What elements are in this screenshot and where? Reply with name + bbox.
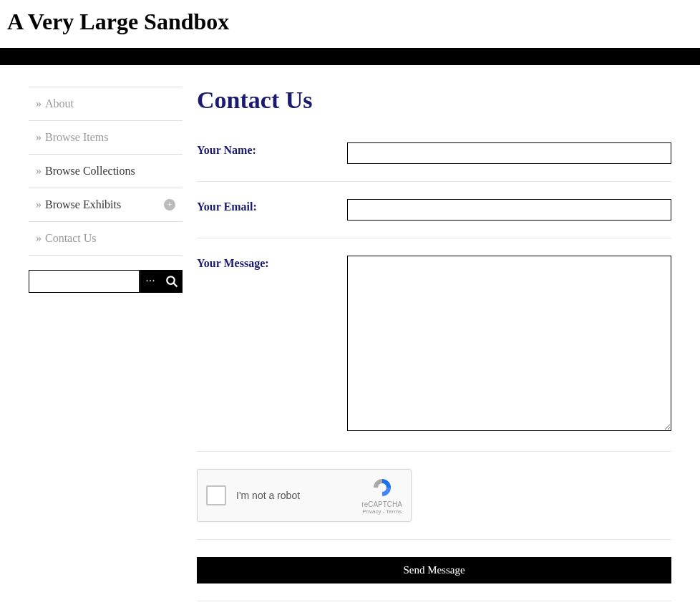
caret-icon: » [36,232,42,244]
sidebar-item-label: Browse Exhibits [45,198,121,210]
message-label: Your Message: [197,256,347,434]
caret-icon: » [36,198,42,210]
recaptcha-brand: reCAPTCHA Privacy - Terms [361,476,402,515]
caret-icon: » [36,97,42,110]
recaptcha-links[interactable]: Privacy - Terms [361,508,402,515]
page-title: Contact Us [197,87,671,114]
sidebar-item-browse-collections[interactable]: »Browse Collections [29,155,183,188]
recaptcha-logo-icon [371,476,394,499]
main-content: Contact Us Your Name: Your Email: Your M… [197,87,671,615]
sidebar-item-about[interactable]: »About [29,87,183,121]
nav-list: »About »Browse Items »Browse Collections… [29,87,183,256]
sidebar-item-label: Browse Collections [45,165,135,177]
captcha-row: I'm not a robot reCAPTCHA Privacy - Term… [197,469,671,540]
form-row-email: Your Email: [197,199,671,238]
sidebar-item-label: Browse Items [45,131,108,143]
search-input[interactable] [29,270,140,293]
svg-line-1 [173,283,177,286]
send-message-button[interactable]: Send Message [197,557,671,583]
name-label: Your Name: [197,142,347,164]
recaptcha-checkbox[interactable] [206,485,226,505]
svg-point-0 [167,276,175,284]
recaptcha-name: reCAPTCHA [361,500,402,508]
sidebar-item-label: Contact Us [45,232,97,244]
recaptcha-label: I'm not a robot [236,490,361,501]
email-label: Your Email: [197,199,347,221]
recaptcha-widget: I'm not a robot reCAPTCHA Privacy - Term… [197,469,412,522]
plus-circle-icon[interactable]: + [164,199,175,210]
main-container: »About »Browse Items »Browse Collections… [0,65,700,615]
submit-row: Send Message [197,557,671,601]
sidebar-item-browse-items[interactable]: »Browse Items [29,121,183,155]
message-field[interactable] [347,256,671,431]
site-title[interactable]: A Very Large Sandbox [7,9,693,35]
name-field[interactable] [347,142,671,164]
sidebar: »About »Browse Items »Browse Collections… [29,87,183,615]
navbar-strip [0,48,700,65]
search-box: ··· [29,270,183,293]
search-icon [165,275,178,288]
caret-icon: » [36,165,42,177]
form-row-name: Your Name: [197,142,671,182]
search-options-button[interactable]: ··· [140,270,161,293]
header: A Very Large Sandbox [0,0,700,48]
form-row-message: Your Message: [197,256,671,452]
sidebar-item-contact-us[interactable]: »Contact Us [29,222,183,256]
sidebar-item-browse-exhibits[interactable]: »Browse Exhibits + [29,188,183,222]
email-field[interactable] [347,199,671,221]
caret-icon: » [36,131,42,143]
search-button[interactable] [161,270,183,293]
sidebar-item-label: About [45,97,74,110]
